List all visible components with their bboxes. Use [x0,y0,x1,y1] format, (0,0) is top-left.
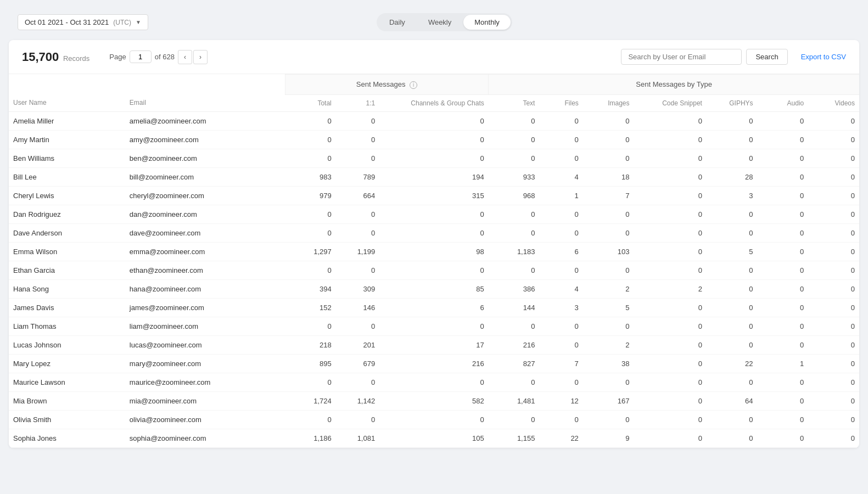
cell-11: 0 [336,317,379,335]
cell-email: emma@zoomineer.com [125,242,285,261]
cell-total: 895 [285,354,336,373]
cell-text: 933 [489,167,540,186]
cell-code: 0 [634,205,707,223]
cell-code: 0 [634,335,707,354]
cell-files: 0 [539,149,583,167]
cell-videos: 0 [808,242,859,261]
cell-username: Dan Rodriguez [9,205,125,223]
cell-channels: 0 [379,111,489,130]
table-row: Maurice Lawson maurice@zoomineer.com 0 0… [9,373,859,391]
page-nav: ‹ › [178,50,208,64]
cell-giphy: 0 [707,205,758,223]
cell-email: amy@zoomineer.com [125,130,285,149]
table-row: Lucas Johnson lucas@zoomineer.com 218 20… [9,335,859,354]
cell-channels: 0 [379,205,489,223]
cell-files: 4 [539,279,583,298]
cell-files: 0 [539,373,583,391]
cell-text: 0 [489,111,540,130]
cell-total: 979 [285,186,336,205]
cell-total: 218 [285,335,336,354]
cell-code: 0 [634,167,707,186]
page-label: Page [109,53,126,61]
cell-giphy: 0 [707,373,758,391]
cell-videos: 0 [808,373,859,391]
cell-text: 0 [489,317,540,335]
cell-email: bill@zoomineer.com [125,167,285,186]
cell-11: 789 [336,167,379,186]
cell-files: 22 [539,429,583,447]
table-row: Dave Anderson dave@zoomineer.com 0 0 0 0… [9,223,859,242]
cell-username: Cheryl Lewis [9,186,125,205]
cell-giphy: 5 [707,242,758,261]
search-button[interactable]: Search [746,49,787,65]
cell-files: 7 [539,354,583,373]
cell-giphy: 0 [707,410,758,429]
cell-11: 679 [336,354,379,373]
cell-text: 968 [489,186,540,205]
cell-email: hana@zoomineer.com [125,279,285,298]
cell-files: 0 [539,223,583,242]
cell-images: 103 [583,242,634,261]
cell-files: 0 [539,410,583,429]
cell-11: 0 [336,205,379,223]
cell-files: 3 [539,298,583,317]
cell-files: 0 [539,317,583,335]
cell-code: 0 [634,354,707,373]
tab-monthly[interactable]: Monthly [463,15,511,30]
cell-11: 0 [336,223,379,242]
cell-total: 983 [285,167,336,186]
cell-images: 0 [583,130,634,149]
cell-channels: 315 [379,186,489,205]
cell-username: Lucas Johnson [9,335,125,354]
cell-code: 0 [634,429,707,447]
table-row: Mary Lopez mary@zoomineer.com 895 679 21… [9,354,859,373]
cell-audio: 0 [758,373,809,391]
cell-code: 0 [634,373,707,391]
cell-email: ethan@zoomineer.com [125,261,285,279]
cell-code: 0 [634,242,707,261]
cell-images: 0 [583,149,634,167]
cell-videos: 0 [808,429,859,447]
cell-total: 394 [285,279,336,298]
record-count: 15,700 [22,50,59,64]
cell-channels: 0 [379,130,489,149]
cell-giphy: 0 [707,111,758,130]
cell-11: 146 [336,298,379,317]
page-prev-button[interactable]: ‹ [178,50,192,64]
date-range-picker[interactable]: Oct 01 2021 - Oct 31 2021 (UTC) ▼ [18,14,148,30]
cell-text: 827 [489,354,540,373]
table-row: Liam Thomas liam@zoomineer.com 0 0 0 0 0… [9,317,859,335]
cell-audio: 0 [758,223,809,242]
info-icon[interactable]: i [410,81,417,89]
page-next-button[interactable]: › [193,50,208,64]
cell-text: 0 [489,205,540,223]
cell-username: Amelia Miller [9,111,125,130]
group-header-sent-messages: Sent Messages i [285,75,489,95]
cell-text: 386 [489,279,540,298]
col-images: Images [583,94,634,111]
cell-11: 0 [336,149,379,167]
export-csv-button[interactable]: Export to CSV [801,53,846,61]
cell-videos: 0 [808,410,859,429]
timezone-text: (UTC) [113,19,131,26]
search-input[interactable] [621,49,742,65]
cell-images: 0 [583,317,634,335]
cell-total: 0 [285,317,336,335]
period-tabs: Daily Weekly Monthly [377,13,512,31]
cell-total: 0 [285,223,336,242]
tab-daily[interactable]: Daily [378,15,416,30]
cell-text: 1,481 [489,391,540,410]
tab-weekly[interactable]: Weekly [417,15,462,30]
cell-channels: 0 [379,410,489,429]
cell-text: 0 [489,261,540,279]
cell-images: 0 [583,223,634,242]
cell-files: 1 [539,186,583,205]
cell-audio: 0 [758,130,809,149]
page-input[interactable] [130,50,152,63]
cell-audio: 0 [758,335,809,354]
cell-11: 309 [336,279,379,298]
cell-text: 0 [489,223,540,242]
cell-videos: 0 [808,298,859,317]
cell-videos: 0 [808,354,859,373]
table-row: Bill Lee bill@zoomineer.com 983 789 194 … [9,167,859,186]
